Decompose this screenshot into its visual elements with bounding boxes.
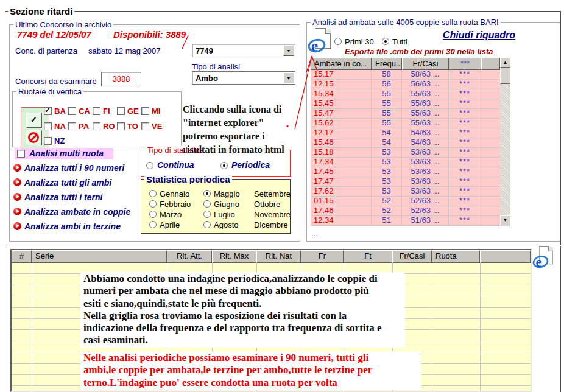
column-header-serie[interactable]: Serie [32, 250, 167, 263]
column-header-num[interactable]: # [12, 250, 32, 263]
checkbox-wheel-to[interactable] [117, 122, 125, 130]
note-line: numeri per ambata che nel mese di maggio… [83, 285, 402, 297]
esaminare-field[interactable]: 3888 [101, 72, 141, 86]
checkbox-wheel-mi[interactable] [141, 107, 149, 115]
radio-month-aprile[interactable] [149, 221, 157, 228]
action-analizza-ambi[interactable]: Analizza tutti gli ambi [24, 178, 111, 187]
table-row[interactable]: 15.345555/63 ...*** [311, 89, 500, 99]
scroll-down-button[interactable]: ▼ [500, 215, 510, 225]
radio-tutti[interactable] [382, 38, 389, 45]
column-header-fr[interactable]: Fr [301, 250, 344, 263]
series-grid-header: # Serie Rit. Att. Rit. Max Rit. Nat Fr F… [12, 250, 531, 263]
table-row[interactable]: 17.455353/63 ...*** [311, 167, 500, 177]
radio-primi30[interactable] [334, 38, 342, 45]
sezione-ritardi-window: Sezione ritardi Ultimo Concorso in archi… [0, 0, 564, 392]
action-analizza-ambi-terzine[interactable]: Analizza ambi in terzine [24, 222, 121, 231]
radio-continua[interactable] [146, 162, 153, 169]
cell-frequenza: 52 [372, 206, 402, 215]
checkbox-multi-ruota[interactable] [17, 150, 25, 158]
checkbox-wheel-nz[interactable] [44, 137, 52, 145]
tipo-analisi-combobox[interactable]: Ambo ▼ [192, 71, 295, 85]
radio-month-agosto[interactable] [203, 221, 211, 228]
column-header-ft[interactable]: Ft [344, 250, 392, 263]
radio-month-giugno[interactable] [203, 200, 211, 208]
table-row[interactable]: 15.455555/63 ...*** [311, 99, 500, 109]
cell-ambata: 17.34 [311, 158, 372, 167]
cell-empty [481, 89, 500, 99]
action-analizza-terni[interactable]: Analizza tutti i terni [24, 192, 102, 202]
table-row[interactable]: 17.465252/63 ...*** [311, 206, 500, 216]
export-html-button-bottom[interactable]: e [532, 246, 555, 272]
cell-empty [481, 158, 500, 167]
radio-month-febbraio[interactable] [149, 200, 157, 208]
chevron-down-icon[interactable]: ▼ [283, 72, 294, 83]
checkbox-wheel-ro[interactable] [93, 122, 100, 130]
clear-all-wheels-button[interactable] [26, 130, 42, 145]
checkbox-wheel-na[interactable] [44, 122, 52, 130]
table-row[interactable]: 15.175858/63 ...*** [311, 70, 500, 80]
checkbox-wheel-pa[interactable] [68, 122, 76, 130]
svg-text:e: e [535, 254, 541, 270]
cell-frequenza: 55 [372, 119, 402, 128]
table-row[interactable]: 15.185353/63 ...*** [311, 148, 500, 158]
cell-frcasi: 52/63 ... [402, 197, 449, 206]
cell-frcasi: 58/63 ... [402, 70, 449, 79]
table-row[interactable]: 15.465454/63 ...*** [311, 138, 500, 148]
column-header-frcasi[interactable]: Fr/Casi [392, 250, 432, 263]
concourse-combobox[interactable]: 7749 ▼ [192, 44, 295, 57]
cell-empty [481, 197, 500, 206]
grid-line [32, 263, 32, 391]
note-line: Nelle analisi periodiche possiamo esamin… [83, 352, 418, 364]
column-header-rit-nat[interactable]: Rit. Nat [256, 250, 301, 263]
results-more-text: ... [311, 229, 318, 238]
radio-month-marzo[interactable] [149, 211, 157, 218]
table-row[interactable]: 01.155252/63 ...*** [311, 197, 500, 206]
checkbox-wheel-ge[interactable] [117, 107, 125, 115]
table-row[interactable]: 17.625353/63 ...*** [311, 187, 500, 197]
column-header-empty[interactable] [481, 58, 500, 70]
column-header-ambate[interactable]: Ambate in co... [311, 58, 372, 70]
wheel-label-ca: CA [79, 107, 90, 116]
checkbox-wheel-ba[interactable]: ✓ [44, 107, 52, 115]
wheel-label-ge: GE [127, 107, 139, 116]
column-header-empty[interactable] [480, 250, 531, 263]
wheel-label-ro: RO [103, 122, 115, 131]
radio-periodica[interactable] [220, 162, 228, 169]
table-row[interactable]: 17.475353/63 ...*** [311, 177, 500, 187]
chiudi-riquadro-link[interactable]: Chiudi riquadro [443, 30, 515, 41]
column-header-frequenza[interactable]: Frequ... [372, 58, 402, 70]
table-row[interactable]: 12.155656/63 ...*** [311, 80, 500, 89]
chevron-down-icon[interactable]: ▼ [283, 45, 294, 56]
table-row[interactable]: 15.475555/63 ...*** [311, 109, 500, 119]
column-header-rit-max[interactable]: Rit. Max [212, 250, 256, 263]
table-row[interactable]: 12.175454/63 ...*** [311, 128, 500, 138]
esporta-cmb-link[interactable]: Esporta file .cmb dei primi 30 nella lis… [345, 47, 493, 56]
table-row[interactable]: 17.345353/63 ...*** [311, 158, 500, 167]
radio-month-gennaio[interactable] [149, 190, 157, 197]
action-analizza-90-numeri[interactable]: Analizza tutti i 90 numeri [24, 163, 124, 173]
action-analizza-ambate-coppie[interactable]: Analizza ambate in coppie [24, 207, 130, 217]
radio-periodica-label: Periodica [231, 160, 270, 170]
cell-frcasi: 55/63 ... [402, 99, 449, 108]
column-header-frcasi[interactable]: Fr/Casi [402, 58, 449, 70]
results-scrollbar[interactable]: ▲ ▼ [500, 58, 510, 226]
note-line: risultati in formato html [183, 143, 284, 156]
column-header-ruota[interactable]: Ruota [432, 250, 480, 263]
column-header-rit-att[interactable]: Rit. Att. [167, 250, 212, 263]
checkbox-wheel-fi[interactable] [93, 107, 100, 115]
cell-empty [481, 119, 500, 128]
checkbox-wheel-ca[interactable] [68, 107, 76, 115]
export-html-button[interactable]: e [308, 28, 333, 57]
checkbox-wheel-ve[interactable] [141, 122, 149, 130]
note-indagine: Abbiamo condotto una indagine periodica,… [80, 272, 405, 348]
scrollbar-thumb[interactable] [500, 68, 510, 84]
radio-month-luglio[interactable] [203, 211, 211, 218]
table-row[interactable]: 12.345151/63 ...*** [311, 216, 500, 226]
radio-continua-label: Continua [157, 160, 194, 170]
cell-ambata: 15.47 [311, 109, 372, 118]
column-header-stars[interactable]: *** [449, 58, 481, 70]
scroll-up-button[interactable]: ▲ [500, 58, 510, 68]
select-all-wheels-button[interactable]: ✓ [26, 113, 42, 128]
radio-month-maggio[interactable] [203, 190, 211, 197]
table-row[interactable]: 15.625555/63 ...*** [311, 119, 500, 128]
